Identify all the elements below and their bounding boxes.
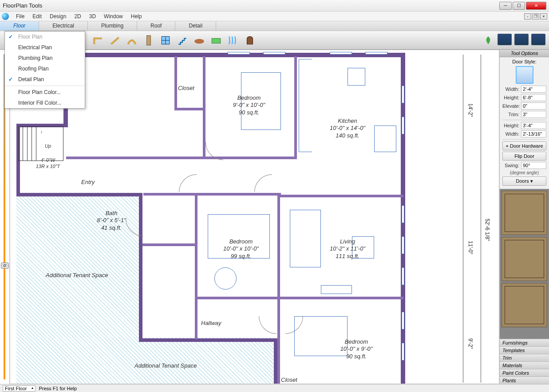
width-input[interactable]: 2'-4" xyxy=(521,86,546,93)
door-style-preview[interactable] xyxy=(516,66,533,84)
height-slider-thumb[interactable]: 0' xyxy=(1,263,9,269)
wall-interior xyxy=(143,193,281,196)
window-mark xyxy=(402,205,404,223)
room-label-tenant2: Additional Tenant Space xyxy=(134,362,197,369)
svg-rect-0 xyxy=(147,35,151,45)
mdi-restore-button[interactable]: ❐ xyxy=(532,13,539,20)
menu-file[interactable]: File xyxy=(12,12,28,20)
door-hardware-button[interactable]: + Door Hardware xyxy=(502,141,546,150)
view-2d-button[interactable] xyxy=(498,34,512,45)
furniture-fridge xyxy=(374,125,396,152)
swing-input[interactable]: 90° xyxy=(521,162,546,169)
room-label-bath: Bath8'-0" x 5'-1"41 sq.ft. xyxy=(85,210,138,231)
window-mark xyxy=(365,52,387,55)
tab-electrical[interactable]: Electrical xyxy=(39,21,88,31)
app-icon xyxy=(2,13,9,20)
category-list: Furnishings Templates Trim Materials Pai… xyxy=(500,339,549,384)
height2-input[interactable]: 3'-4" xyxy=(521,122,546,129)
tab-detail[interactable]: Detail xyxy=(175,21,216,31)
wall-angle-icon[interactable] xyxy=(108,34,122,47)
menu-2d[interactable]: 2D xyxy=(71,12,84,20)
maximize-button[interactable]: ☐ xyxy=(513,2,525,10)
statusbar: First Floor Press F1 for Help xyxy=(0,384,549,392)
menu-3d[interactable]: 3D xyxy=(86,12,99,20)
deck-icon[interactable] xyxy=(193,34,206,47)
elevate-input[interactable]: 0" xyxy=(521,102,546,110)
tool-options-panel: Tool Options Door Style: Width:2'-4" Hei… xyxy=(499,50,549,384)
menu-edit[interactable]: Edit xyxy=(29,12,45,20)
flip-door-button[interactable]: Flip Door xyxy=(502,152,546,161)
window-mark xyxy=(330,52,352,55)
mdi-minimize-button[interactable]: - xyxy=(524,13,531,20)
view-3d-button[interactable] xyxy=(514,34,529,45)
curtain-icon[interactable] xyxy=(226,34,240,47)
mdi-close-button[interactable]: × xyxy=(540,13,547,20)
doors-dropdown-button[interactable]: Doors ▾ xyxy=(502,176,546,186)
dropdown-detail-plan[interactable]: ✓Detail Plan xyxy=(5,74,85,85)
door-thumb-1[interactable] xyxy=(502,191,547,235)
floor-icon[interactable] xyxy=(209,34,223,47)
menu-design[interactable]: Design xyxy=(46,12,70,20)
room-label-closet2: Closet xyxy=(281,376,297,384)
wall-corner-icon[interactable] xyxy=(91,34,105,47)
window-mark xyxy=(402,86,404,103)
window-buttons: ─ ☐ ✕ xyxy=(498,2,546,10)
menu-help[interactable]: Help xyxy=(127,12,146,20)
status-help-text: Press F1 for Help xyxy=(39,386,77,391)
category-plants[interactable]: Plants xyxy=(500,376,549,384)
height-input[interactable]: 6'-8" xyxy=(521,94,546,101)
dropdown-electrical-plan[interactable]: Electrical Plan xyxy=(5,42,85,53)
category-materials[interactable]: Materials xyxy=(500,361,549,369)
plan-tabs: Floor Electrical Plumbing Roof Detail xyxy=(0,21,549,31)
wall-curve-icon[interactable] xyxy=(125,34,138,47)
trim-input[interactable]: 3" xyxy=(521,111,546,118)
dropdown-roofing-plan[interactable]: Roofing Plan xyxy=(5,63,85,74)
eco-icon[interactable] xyxy=(482,34,495,47)
dim-far-right: 52'-6 1/8" xyxy=(484,219,490,241)
floor-selector[interactable]: First Floor xyxy=(3,385,36,392)
room-label-bedroom1: Bedroom9'-0" x 10'-0"90 sq.ft. xyxy=(222,94,276,116)
window-mark xyxy=(402,117,404,134)
room-label-stairs: Up xyxy=(28,143,68,149)
tab-floor[interactable]: Floor xyxy=(0,21,39,31)
view-photo-button[interactable] xyxy=(531,34,545,45)
furniture-sofa xyxy=(290,210,321,267)
window-icon[interactable] xyxy=(159,34,172,47)
menu-window[interactable]: Window xyxy=(100,12,126,20)
category-furnishings[interactable]: Furnishings xyxy=(500,339,549,346)
wall-interior xyxy=(294,56,297,159)
height2-label: Height: xyxy=(502,123,519,128)
close-button[interactable]: ✕ xyxy=(526,2,546,10)
room-label-living: Living10'-2" x 11'-0"111 sq.ft. xyxy=(321,238,374,260)
check-icon: ✓ xyxy=(8,34,13,40)
category-paint-colors[interactable]: Paint Colors xyxy=(500,369,549,376)
dropdown-interior-fill-color[interactable]: Interior Fill Color... xyxy=(5,98,85,108)
dimension-line xyxy=(481,55,481,383)
dropdown-floor-plan[interactable]: ✓Floor Plan xyxy=(5,31,85,42)
check-icon: ✓ xyxy=(8,76,13,82)
swing-note: (degree angle) xyxy=(502,170,546,175)
door-gallery[interactable] xyxy=(500,189,549,339)
door-icon[interactable] xyxy=(142,34,155,47)
swing-label: Swing: xyxy=(502,163,519,168)
tool-options-header: Tool Options xyxy=(500,50,549,57)
width2-input[interactable]: 2'-13/16" xyxy=(521,130,546,137)
dropdown-plumbing-plan[interactable]: Plumbing Plan xyxy=(5,53,85,63)
category-trim[interactable]: Trim xyxy=(500,354,549,361)
dropdown-floor-plan-color[interactable]: Floor Plan Color... xyxy=(5,87,85,98)
tab-plumbing[interactable]: Plumbing xyxy=(88,21,137,31)
stairs-icon[interactable] xyxy=(176,34,189,47)
category-templates[interactable]: Templates xyxy=(500,346,549,354)
room-label-kitchen: Kitchen10'-0" x 14'-0"140 sq.ft. xyxy=(321,118,374,139)
furniture-round-table xyxy=(214,267,237,290)
dim-right-3: 9'-2" xyxy=(467,338,474,349)
width-label: Width: xyxy=(502,86,519,92)
menubar: File Edit Design 2D 3D Window Help - ❐ × xyxy=(0,12,549,21)
minimize-button[interactable]: ─ xyxy=(499,2,512,10)
dim-right-2: 11'-0" xyxy=(467,241,474,255)
wall-interior xyxy=(174,56,177,110)
arch-door-icon[interactable] xyxy=(243,34,257,47)
door-thumb-3[interactable] xyxy=(502,283,547,327)
door-thumb-2[interactable] xyxy=(502,237,547,281)
tab-roof[interactable]: Roof xyxy=(137,21,175,31)
